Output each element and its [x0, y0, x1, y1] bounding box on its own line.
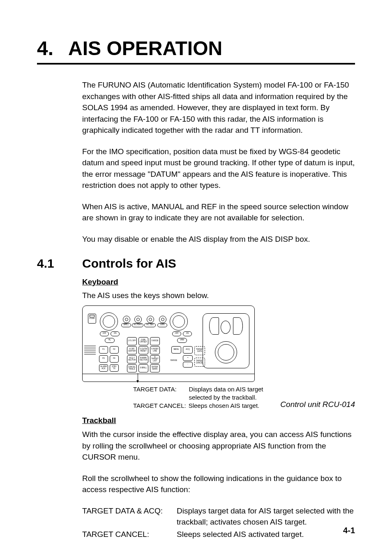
- callout-arrow-icon: [138, 373, 138, 382]
- ac-sea-knob-icon: [147, 316, 154, 323]
- menu-key: MENU: [171, 346, 181, 354]
- hl-key: HL: [105, 338, 115, 343]
- speaker-grille-icon: [84, 345, 96, 353]
- trackball-paragraph-1: With the cursor inside the effective dis…: [82, 429, 355, 463]
- key-9: 9 TARGET LIST: [150, 355, 160, 363]
- def-row-target-data-acq: TARGET DATA & ACQ: Displays target data …: [82, 505, 355, 528]
- def-term: TARGET CANCEL:: [82, 529, 177, 540]
- trackball-left-button-icon: [209, 317, 219, 335]
- power-button-icon: [88, 314, 96, 324]
- range-minus-key: -: [183, 362, 193, 368]
- key-3: 3 MODE: [150, 337, 160, 345]
- palm-rest: [83, 374, 254, 382]
- key-7: ACQ 7 VECTOR: [127, 355, 137, 363]
- intro-paragraph-2: For the IMO specification, position data…: [82, 146, 355, 191]
- trackball-definitions: TARGET DATA & ACQ: Displays target data …: [82, 505, 355, 540]
- gain-label: GAIN: [157, 323, 167, 327]
- ebl-on: ON: [111, 331, 120, 336]
- scrollwheel-icon: [221, 321, 231, 334]
- key-0: 0 BRILL: [138, 364, 148, 372]
- key-6: 6 INDEX LINE: [150, 346, 160, 354]
- figure-title: Control unit RCU-014: [280, 390, 355, 410]
- chapter-title: 4.AIS OPERATION: [37, 37, 355, 60]
- caption-target-data-text: Displays data on AIS target selected by …: [189, 385, 268, 402]
- vrm-on: ON: [183, 331, 192, 336]
- def-desc: Sleeps selected AIS activated target.: [177, 529, 355, 540]
- intro-block: The FURUNO AIS (Automatic Identification…: [82, 79, 355, 245]
- acq-key: ACQ: [183, 346, 193, 354]
- intro-paragraph-4: You may disable or enable the AIS displa…: [82, 234, 355, 245]
- def-desc: Displays target data for AIS target sele…: [177, 505, 355, 528]
- brill-knob-icon: [123, 316, 130, 323]
- alarm-ack-key: ALARM ACK: [99, 364, 108, 372]
- f3-key: F3: [99, 355, 108, 363]
- ac-rain-knob-icon: [134, 316, 142, 323]
- key-cancel: CANCEL TRAILS: [127, 364, 137, 372]
- key-4: 4 OFF CENTER: [127, 346, 137, 354]
- trackball-right-button-icon: [233, 317, 243, 335]
- figure-caption: TARGET DATA: Displays data on AIS target…: [133, 382, 268, 410]
- chapter-name: AIS OPERATION: [68, 37, 222, 59]
- vrm-off: OFF: [172, 331, 181, 336]
- page-number: 4-1: [343, 526, 355, 535]
- f2-key: F2: [110, 346, 119, 354]
- intro-paragraph-1: The FURUNO AIS (Automatic Identification…: [82, 79, 355, 136]
- trackball-paragraph-2: Roll the scrollwheel to show the followi…: [82, 473, 355, 495]
- trackball-heading: Trackball: [82, 415, 116, 426]
- caption-target-cancel-label: TARGET CANCEL:: [133, 402, 186, 410]
- def-term: TARGET DATA & ACQ:: [82, 505, 177, 528]
- key-enter: ENTER MARK: [150, 364, 160, 372]
- section-heading: 4.1 Controls for AIS: [37, 257, 355, 271]
- range-label: RANGE: [171, 359, 177, 362]
- key-1: 1 F1 OFF: [127, 337, 137, 345]
- control-unit-diagram: BRILL A/C RAIN A/C SEA GAIN OFF ON HL OF…: [82, 305, 255, 382]
- section-number: 4.1: [37, 257, 82, 271]
- def-row-target-cancel: TARGET CANCEL: Sleeps selected AIS activ…: [82, 529, 355, 540]
- trackball-icon: [215, 341, 237, 363]
- ebl-off: OFF: [100, 331, 109, 336]
- caption-target-data-label: TARGET DATA:: [133, 385, 177, 402]
- keyboard-figure: BRILL A/C RAIN A/C SEA GAIN OFF ON HL OF…: [82, 305, 355, 410]
- section-title: Controls for AIS: [82, 257, 176, 271]
- ac-sea-label: A/C SEA: [144, 323, 156, 327]
- gain-knob-icon: [159, 316, 166, 323]
- key-2: 2 EBL OFFSET: [138, 337, 148, 345]
- range-plus-key: +: [183, 355, 193, 361]
- caption-target-cancel-text: Sleeps chosen AIS target.: [189, 402, 260, 410]
- page: 4.AIS OPERATION The FURUNO AIS (Automati…: [0, 0, 392, 555]
- key-8: 8 MARK VECTOR: [138, 355, 148, 363]
- vrm-key: VRM: [177, 338, 187, 343]
- f4-key: F4: [110, 355, 119, 363]
- ebl-dial-icon: [100, 312, 118, 331]
- brill-label: BRILL: [121, 323, 131, 327]
- key-5: 5 CU/TM RESET: [138, 346, 148, 354]
- intro-paragraph-3: When AIS is active, MANUAL and REF in th…: [82, 201, 355, 224]
- ac-rain-label: A/C RAIN: [132, 323, 143, 327]
- title-rule: [37, 63, 355, 65]
- stby-tx-key: STBY TX: [110, 364, 119, 372]
- chapter-number: 4.: [37, 37, 53, 60]
- keyboard-lead: The AIS uses the keys shown below.: [82, 290, 355, 301]
- keyboard-heading: Keyboard: [82, 276, 118, 288]
- vrm-dial-icon: [170, 312, 188, 331]
- figure-caption-row: TARGET DATA: Displays data on AIS target…: [82, 382, 355, 410]
- keyboard-block: Keyboard The AIS uses the keys shown bel…: [82, 274, 355, 540]
- f1-key: F1: [99, 346, 108, 354]
